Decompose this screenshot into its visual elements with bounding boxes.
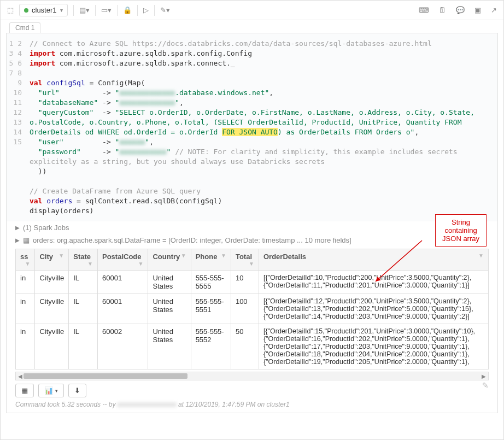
schema-text: orders: org.apache.spark.sql.DataFrame =… (33, 236, 351, 244)
table-row: inCityvilleIL60001United States555-555-5… (16, 294, 489, 324)
lock-icon[interactable]: 🔒 (123, 6, 132, 14)
cell-total: 100 (231, 294, 259, 324)
output-table: ss▼ City▼ State▼ PostalCode▼ Country▼ Ph… (15, 249, 489, 369)
col-city[interactable]: City▼ (35, 249, 69, 271)
cell-postal: 60001 (98, 271, 148, 294)
col-phone[interactable]: Phone▼ (191, 249, 231, 271)
cell-label: Cmd 1 (1, 20, 503, 33)
table-row: inCityvilleIL60001United States555-555-5… (16, 271, 489, 294)
status-dot-icon (24, 8, 28, 13)
chart-view-button[interactable]: 📊 ▾ (38, 384, 64, 397)
cell-details: [{"OrderDetailId":12,"ProductId":200,"Un… (259, 294, 489, 324)
cell-ss: in (16, 324, 35, 369)
expand-triangle-icon[interactable]: ▶ (15, 237, 20, 243)
cell-ss: in (16, 271, 35, 294)
sort-icon: ▼ (221, 253, 226, 259)
cell-country: United States (148, 294, 191, 324)
cell-state: IL (69, 294, 98, 324)
cell-country: United States (148, 324, 191, 369)
expand-editor-icon[interactable]: ✎ (482, 381, 489, 390)
scroll-right-icon[interactable]: ▶ (480, 372, 487, 380)
table-view-button[interactable]: ▦ (15, 384, 34, 397)
image-icon[interactable]: ▭▾ (101, 6, 112, 14)
attach-icon[interactable]: ⬚ (7, 6, 14, 14)
cell-country: United States (148, 271, 191, 294)
share-icon[interactable]: ↗ (491, 6, 497, 14)
col-postalcode[interactable]: PostalCode▼ (98, 249, 148, 271)
horizontal-scrollbar[interactable]: ◀ ▶ (15, 372, 489, 380)
file-icon[interactable]: ▤▾ (79, 6, 90, 14)
sort-icon: ▼ (58, 253, 64, 259)
keyboard-icon[interactable]: ⌨ (419, 6, 429, 14)
cell-details: [{"OrderDetailId":15,"ProductId":201,"Un… (259, 324, 489, 369)
sort-icon: ▼ (478, 253, 484, 259)
execution-metadata: Command took 5.32 seconds -- by xxxxxxxx… (7, 401, 497, 413)
download-button[interactable]: ⬇ (68, 384, 86, 397)
cell-state: IL (69, 324, 98, 369)
chevron-down-icon: ▾ (60, 7, 63, 13)
cell-city: Cityville (35, 324, 69, 369)
spark-jobs-row[interactable]: ▶ (1) Spark Jobs (7, 221, 497, 234)
comments-icon[interactable]: 💬 (456, 6, 465, 14)
spark-jobs-label: (1) Spark Jobs (23, 224, 69, 232)
sort-icon: ▼ (181, 253, 186, 259)
col-state[interactable]: State▼ (69, 249, 98, 271)
notebook-cell: ▶▾ 📊 ⌄ — ✕ 1 2 3 4 5 6 7 8 9 10 11 12 13… (6, 33, 498, 413)
cell-total: 50 (231, 324, 259, 369)
col-total[interactable]: Total▼ (231, 249, 259, 271)
cluster-selector[interactable]: cluster1 ▾ (19, 4, 68, 16)
sort-icon: ▼ (138, 261, 144, 267)
cell-phone: 555-555-5552 (191, 324, 231, 369)
clear-icon[interactable]: ✎▾ (160, 6, 170, 14)
cluster-name: cluster1 (32, 6, 57, 14)
cell-postal: 60002 (98, 324, 148, 369)
scroll-left-icon[interactable]: ◀ (17, 372, 24, 380)
cell-city: Cityville (35, 271, 69, 294)
cell-city: Cityville (35, 294, 69, 324)
col-ss[interactable]: ss▼ (16, 249, 35, 271)
cell-details: [{"OrderDetailId":10,"ProductId":200,"Un… (259, 271, 489, 294)
line-gutter: 1 2 3 4 5 6 7 8 9 10 11 12 13 14 15 (7, 33, 26, 221)
output-toolbar: ▦ 📊 ▾ ⬇ (7, 380, 497, 401)
top-toolbar: ⬚ cluster1 ▾ ▤▾ ▭▾ 🔒 ▷ ✎▾ ⌨ 🗓 💬 ▣ ↗ (1, 1, 503, 20)
revision-icon[interactable]: ▣ (474, 6, 481, 14)
col-orderdetails[interactable]: OrderDetails▼ (259, 249, 489, 271)
annotation-callout: String containing JSON array (435, 214, 487, 247)
expand-triangle-icon[interactable]: ▶ (15, 225, 20, 231)
code-editor[interactable]: 1 2 3 4 5 6 7 8 9 10 11 12 13 14 15 // C… (7, 33, 497, 221)
schedule-icon[interactable]: 🗓 (439, 6, 446, 14)
cell-phone: 555-555-5551 (191, 294, 231, 324)
sort-icon: ▼ (87, 261, 93, 267)
run-icon[interactable]: ▷ (143, 6, 149, 14)
sort-icon: ▼ (25, 261, 31, 267)
cell-state: IL (69, 271, 98, 294)
table-header-row: ss▼ City▼ State▼ PostalCode▼ Country▼ Ph… (16, 249, 489, 271)
schema-row[interactable]: ▶ ▦ orders: org.apache.spark.sql.DataFra… (7, 234, 497, 247)
table-row: inCityvilleIL60002United States555-555-5… (16, 324, 489, 369)
scrollbar-thumb[interactable] (24, 373, 187, 379)
cell-ss: in (16, 294, 35, 324)
table-grid-icon: ▦ (23, 236, 30, 244)
code-content[interactable]: // Connect to Azure SQL https://docs.dat… (26, 33, 497, 221)
cell-total: 10 (231, 271, 259, 294)
cell-phone: 555-555-5555 (191, 271, 231, 294)
col-country[interactable]: Country▼ (148, 249, 191, 271)
sort-icon: ▼ (249, 261, 254, 267)
cell-postal: 60001 (98, 294, 148, 324)
